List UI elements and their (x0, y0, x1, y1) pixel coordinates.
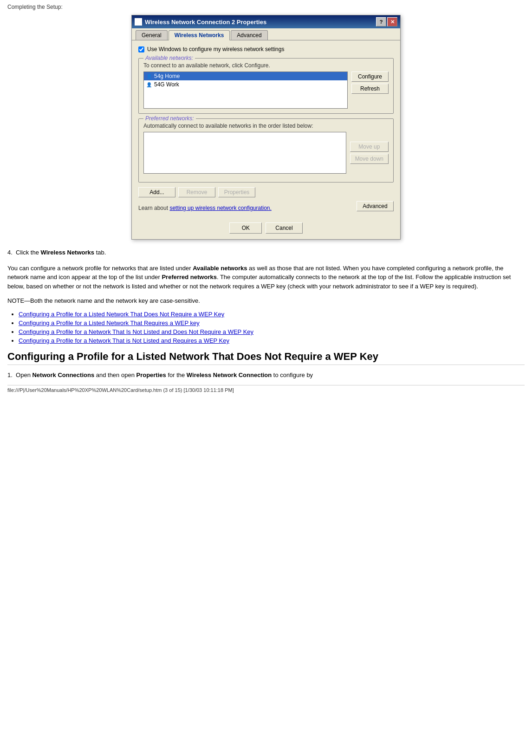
page-footer: file:///P|/User%20Manuals/HP%20XP%20WLAN… (7, 385, 525, 393)
ok-button[interactable]: OK (229, 222, 262, 234)
preferred-networks-list[interactable] (143, 132, 346, 174)
section-heading: Configuring a Profile for a Listed Netwo… (7, 351, 525, 365)
network-item-54g-work[interactable]: 👤 54G Work (144, 80, 347, 89)
link-4[interactable]: Configuring a Profile for a Network That… (19, 337, 229, 344)
list-item: Configuring a Profile for a Listed Netwo… (19, 311, 525, 318)
step4-text: 4. Click the Wireless Networks tab. (7, 248, 525, 257)
properties-button[interactable]: Properties (218, 187, 255, 197)
move-up-button[interactable]: Move up (350, 142, 389, 152)
link-1[interactable]: Configuring a Profile for a Listed Netwo… (19, 311, 224, 318)
learn-row: Learn about setting up wireless network … (138, 201, 394, 211)
available-network-buttons: Configure Refresh (351, 72, 389, 109)
preferred-networks-row: Move up Move down (143, 132, 389, 174)
link-3[interactable]: Configuring a Profile for a Network That… (19, 328, 253, 335)
add-button[interactable]: Add... (138, 187, 175, 197)
preferred-networks-label: Preferred networks: (143, 115, 196, 122)
tab-general[interactable]: General (136, 30, 168, 40)
header-text: Completing the Setup: (7, 4, 63, 10)
preferred-network-buttons: Move up Move down (350, 132, 389, 174)
dialog-content: Use Windows to configure my wireless net… (132, 40, 400, 219)
title-bar: 🖧 Wireless Network Connection 2 Properti… (132, 15, 400, 28)
bottom-buttons-row: Add... Remove Properties (138, 187, 394, 197)
dialog-tabs: General Wireless Networks Advanced (132, 28, 400, 40)
link-2[interactable]: Configuring a Profile for a Listed Netwo… (19, 319, 200, 326)
page-wrapper: Completing the Setup: 🖧 Wireless Network… (0, 0, 532, 397)
dialog-title: Wireless Network Connection 2 Properties (145, 19, 376, 26)
tab-advanced[interactable]: Advanced (231, 30, 267, 40)
learn-text: Learn about setting up wireless network … (138, 205, 272, 211)
bullet-list: Configuring a Profile for a Listed Netwo… (19, 311, 525, 344)
network-icon-1: 👤 (146, 73, 152, 79)
available-networks-label: Available networks: (143, 55, 195, 61)
available-networks-group: Available networks: To connect to an ava… (138, 58, 394, 114)
refresh-button[interactable]: Refresh (351, 84, 389, 94)
available-networks-description: To connect to an available network, clic… (143, 62, 389, 69)
body-paragraph: You can configure a network profile for … (7, 264, 525, 291)
help-button[interactable]: ? (376, 17, 386, 26)
list-item: Configuring a Profile for a Network That… (19, 337, 525, 344)
available-networks-list[interactable]: 👤 54g Home 👤 54G Work (143, 72, 348, 109)
dialog-footer: OK Cancel (132, 219, 400, 239)
dialog-container: 🖧 Wireless Network Connection 2 Properti… (7, 15, 525, 240)
dialog-window: 🖧 Wireless Network Connection 2 Properti… (131, 15, 401, 240)
cancel-button[interactable]: Cancel (266, 222, 302, 234)
title-bar-buttons: ? ✕ (376, 17, 397, 26)
tab-wireless-networks[interactable]: Wireless Networks (169, 30, 230, 40)
note-text: NOTE—Both the network name and the netwo… (7, 297, 525, 304)
use-windows-checkbox-row: Use Windows to configure my wireless net… (138, 46, 394, 52)
available-networks-row: 👤 54g Home 👤 54G Work Configure Refresh (143, 72, 389, 109)
window-icon: 🖧 (135, 18, 142, 26)
page-header: Completing the Setup: (7, 4, 525, 10)
use-windows-label: Use Windows to configure my wireless net… (147, 46, 284, 52)
step1-text: 1. Open Network Connections and then ope… (7, 371, 525, 378)
use-windows-checkbox[interactable] (138, 46, 144, 52)
learn-link[interactable]: setting up wireless network configuratio… (169, 205, 271, 211)
list-item: Configuring a Profile for a Network That… (19, 328, 525, 335)
list-item: Configuring a Profile for a Listed Netwo… (19, 319, 525, 326)
advanced-button[interactable]: Advanced (357, 201, 394, 211)
move-down-button[interactable]: Move down (350, 154, 389, 164)
preferred-networks-description: Automatically connect to available netwo… (143, 123, 389, 129)
preferred-networks-group: Preferred networks: Automatically connec… (138, 118, 394, 182)
network-item-54g-home[interactable]: 👤 54g Home (144, 72, 347, 80)
network-icon-2: 👤 (146, 81, 152, 88)
configure-button[interactable]: Configure (351, 72, 389, 82)
remove-button[interactable]: Remove (178, 187, 215, 197)
close-button[interactable]: ✕ (387, 17, 397, 26)
